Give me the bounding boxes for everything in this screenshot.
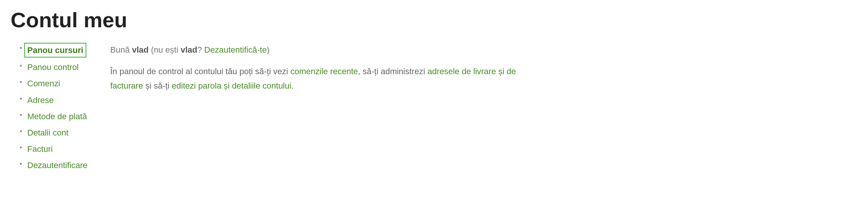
dashboard-description: În panoul de control al contului tău poț… (110, 64, 527, 93)
sidebar-link-panou-control[interactable]: Panou control (27, 61, 79, 74)
sidebar-link-panou-cursuri[interactable]: Panou cursuri (24, 43, 86, 58)
sidebar-item-dezautentificare: Dezautentificare (27, 159, 87, 172)
sidebar-item-panou-control: Panou control (27, 61, 87, 74)
sidebar-link-adrese[interactable]: Adrese (27, 94, 54, 107)
greeting-username: vlad (132, 45, 148, 55)
sidebar-item-panou-cursuri: Panou cursuri (27, 43, 87, 58)
greeting-hello: Bună (110, 45, 132, 55)
desc-part1: În panoul de control al contului tău poț… (110, 67, 290, 76)
logout-link[interactable]: Dezautentifică-te (204, 45, 267, 55)
sidebar-link-detalii-cont[interactable]: Detalii cont (27, 126, 69, 139)
greeting-closing: ) (267, 45, 269, 55)
greeting-not-username: vlad (181, 45, 197, 55)
sidebar-link-dezautentificare[interactable]: Dezautentificare (27, 159, 87, 172)
sidebar-list: Panou cursuri Panou control Comenzi Adre… (27, 43, 87, 172)
desc-part2: , să-ți administrezi (358, 67, 427, 76)
sidebar-link-metode-de-plata[interactable]: Metode de plată (27, 110, 87, 123)
sidebar-item-metode-de-plata: Metode de plată (27, 110, 87, 123)
desc-part4: . (291, 81, 293, 90)
desc-part3: și să-ți (143, 81, 172, 90)
sidebar-item-facturi: Facturi (27, 142, 87, 156)
page-title: Contul meu (11, 8, 857, 32)
account-sidebar: Panou cursuri Panou control Comenzi Adre… (11, 43, 87, 175)
greeting-question: ? (197, 45, 204, 55)
greeting-text: Bună vlad (nu ești vlad? Dezautentifică-… (110, 43, 527, 57)
sidebar-link-facturi[interactable]: Facturi (27, 142, 53, 156)
edit-account-link[interactable]: editezi parola și detaliile contului (172, 81, 292, 90)
recent-orders-link[interactable]: comenzile recente (290, 67, 358, 76)
sidebar-item-comenzi: Comenzi (27, 77, 87, 90)
greeting-not-prefix: (nu ești (149, 45, 181, 55)
sidebar-link-comenzi[interactable]: Comenzi (27, 77, 60, 90)
sidebar-item-detalii-cont: Detalii cont (27, 126, 87, 139)
main-content: Bună vlad (nu ești vlad? Dezautentifică-… (110, 43, 527, 175)
sidebar-item-adrese: Adrese (27, 94, 87, 107)
